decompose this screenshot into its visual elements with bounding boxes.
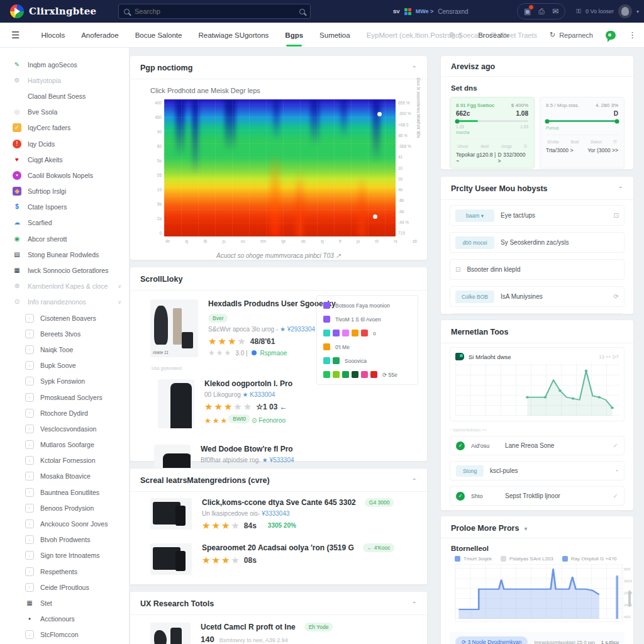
sidebar-item-bve-ssola[interactable]: ◎Bve Ssola <box>0 104 129 120</box>
sidebar-item-stet[interactable]: ▦Stet <box>0 595 129 611</box>
mwe-label[interactable]: MWe > <box>416 8 434 14</box>
sidebar-item-sypk-fonswion[interactable]: ▫Sypk Fonswion <box>0 374 129 389</box>
sidebar-item-respethents[interactable]: ▫Respethents <box>0 564 129 579</box>
field-value[interactable]: IsA Muniysines <box>501 293 608 300</box>
nav-tab-sumetioa[interactable]: Sumetioa <box>319 31 350 39</box>
tile-b-foot-left[interactable]: Trta/3000 > <box>546 147 573 153</box>
notifications-icon[interactable]: ▣ <box>524 8 531 15</box>
sidebar-item-bupk-soove[interactable]: ▫Bupk Soove <box>0 358 129 374</box>
sidebar-item-scarfied[interactable]: ☁Scarfied <box>0 215 129 231</box>
sidebar-item-anckouco-soonr-joves[interactable]: ▫Anckouco Soonr Joves <box>0 516 129 531</box>
app-logo[interactable]: Clirxlngbtee <box>10 4 96 18</box>
sidebar-item-bereets-3tvos[interactable]: ▫Bereets 3tvos <box>0 326 129 341</box>
sidebar-item-caolil-bokwols-nopels[interactable]: •Caolil Bokwols Nopels <box>0 167 129 183</box>
tile-a-foot-right[interactable]: D 332/3000 > <box>498 152 528 164</box>
chart-legend-item[interactable]: Pslatyas SAnt L203 <box>501 556 553 562</box>
chart-legend-item[interactable]: Tmurt 3oqek <box>455 556 492 562</box>
nav-tab-bgps[interactable]: Bgps <box>285 31 303 39</box>
sidebar-item-iqycerc-faders[interactable]: ✓IqyCerc faders <box>0 120 129 136</box>
media-name[interactable]: Spearoomet 20 Acadsai oolya 'ron (3519 G <box>202 543 354 552</box>
sidebar-item-naiqk-tooe[interactable]: ▫Naiqk Tooe <box>0 341 129 357</box>
sidebar-item-btvoh-prodwents[interactable]: ▫Btvoh Prodwents <box>0 532 129 548</box>
field-type-chip[interactable]: baam ▾ <box>455 209 494 222</box>
collapse-icon[interactable]: ⌃ <box>412 477 417 484</box>
hamburger-menu-icon[interactable]: ☰ <box>11 30 19 41</box>
sidebar-item-mosaka-btoavice[interactable]: ▫Mosaka Btoavice <box>0 469 129 484</box>
field-value[interactable]: Eye tact/ups <box>501 212 608 219</box>
product-name[interactable]: Wed Dodoe Btow're fl Pro <box>201 445 417 453</box>
sidebar-item-iwck-sonnocio-getoratlores[interactable]: ▦Iwck Sonnocio Getoratlores <box>0 262 129 278</box>
tile-a-slider[interactable] <box>456 120 528 122</box>
sidebar-item-kctolar-fornession[interactable]: ▫Kctolar Fornession <box>0 453 129 469</box>
sidebar-item-pmoskuead-soclyers[interactable]: ▫Pmoskuead Soclyers <box>0 389 129 405</box>
nav-tool-reparnech[interactable]: ↻Reparnech <box>550 31 593 39</box>
sidebar-item-inqbm-agosecos[interactable]: ✎Inqbm agoSecos <box>0 57 129 72</box>
sidebar-item-claoal-beunt-soess[interactable]: Claoal Beunt Soess <box>0 88 129 104</box>
chevron-down-icon[interactable]: ▾ <box>636 9 639 14</box>
tile-a-foot-left[interactable]: Tepokar g120.8 | ~ <box>456 152 498 164</box>
sidebar-item-bauntnea-eonutlites[interactable]: ▫Bauntnea Eonutlites <box>0 484 129 500</box>
media-name[interactable]: Click,koms-ccone dtya Sve Cante 645 3302 <box>202 498 356 507</box>
sidebar-item-iqy-dcids[interactable]: !Iqy Dcids <box>0 136 129 152</box>
tool-row[interactable]: ✓ShtoSepst Troktlip ljnoor✓ <box>450 486 625 506</box>
censraxnd-label[interactable]: Censraxnd <box>438 8 468 15</box>
sidebar-item-rtochore-dydird[interactable]: ▫Rtochore Dydird <box>0 405 129 421</box>
media-link[interactable]: Un lkasipcedove ois- ¥3333043 <box>202 510 417 517</box>
sidebar-item-ctate-ispoers[interactable]: $Ctate Ispoers <box>0 199 129 215</box>
sidebar-item-info-ranandeznonos[interactable]: ⊙Info ranandeznonos∨ <box>0 294 129 310</box>
click-heatmap[interactable] <box>164 99 396 236</box>
nav-tab-anoferadoe[interactable]: Anoferadoe <box>81 31 118 39</box>
user-label[interactable]: 0 Vo looser <box>586 8 614 14</box>
sidebar-item-ciqgt-akeits[interactable]: ♥Ciqgt Akeits <box>0 152 129 167</box>
media-image[interactable] <box>150 498 192 530</box>
field-action-icon[interactable]: ⟳ <box>614 293 619 300</box>
nav-tool-eloet-traets[interactable]: ⊞Eloet Traets <box>491 31 537 39</box>
stat-tile-b[interactable]: 8.5 / Mop-stas. 4. 280 3% D Purnus Shota… <box>540 97 625 169</box>
global-search[interactable] <box>118 4 311 19</box>
field-type-chip[interactable]: d00 mocei <box>455 236 494 249</box>
stat-tile-a[interactable]: 8.91 Fgg Soeboc $ 400% 662c 1.08 1.33 1.… <box>450 97 535 169</box>
form-field-row[interactable]: ⊡Bsooter dinn klepld <box>450 259 625 280</box>
sidebar-item-stcflomccon[interactable]: ▫StcFlomccon <box>0 627 129 643</box>
product-link[interactable]: Bf0fhar atpiodsie rog. ★ ¥533304 <box>201 457 417 464</box>
support-chat-icon[interactable] <box>606 31 616 40</box>
tile-b-slider[interactable] <box>546 120 618 122</box>
sidebar-item-benoos-prodysion[interactable]: ▫Benoos Prodysion <box>0 500 129 516</box>
tool-row[interactable]: Stongkscl-pules◔ <box>450 461 625 480</box>
search-input[interactable] <box>135 8 294 15</box>
collapse-icon[interactable]: ⌃ <box>412 601 417 608</box>
sidebar-item-hattyotopia[interactable]: ⚙Hattyotopia <box>0 72 129 88</box>
nav-tool-soeca[interactable]: ⚙Soeca <box>448 31 478 39</box>
media-image[interactable] <box>150 543 192 575</box>
nav-tab-hlocols[interactable]: Hlocols <box>41 31 65 39</box>
traffic-step-chart[interactable] <box>455 565 623 619</box>
sidebar-item-acctionours[interactable]: ▪Acctionours <box>0 611 129 627</box>
field-type-chip[interactable]: Colke BOB <box>455 291 494 303</box>
review-link[interactable]: ⊙ Feonoroo <box>252 417 286 424</box>
kebab-menu-icon[interactable]: ⋮ <box>628 30 636 40</box>
tool-row[interactable]: ✓Aid'osuLane Rreoa Sone✓ <box>450 436 625 455</box>
sidebar-item-sufrtiop-irslgi[interactable]: ◆Sufrtiop Irslgi <box>0 184 129 199</box>
chevron-down-icon[interactable]: ▾ <box>524 525 527 532</box>
sidebar-item-vesclocsvondasion[interactable]: ▫Vesclocsvondasion <box>0 421 129 436</box>
nav-tab-bocue-salonte[interactable]: Bocue Salonte <box>135 31 182 39</box>
sidebar-item-karnbenlord-kapes-cloce[interactable]: ⊕Karnbenlord Kapes & cloce∨ <box>0 279 129 294</box>
form-field-row[interactable]: d00 moceiSy Seoskerdinn zac/ysls <box>450 232 625 253</box>
chat-icon[interactable]: ✉ <box>552 8 558 15</box>
field-value[interactable]: Bsooter dinn klepld <box>467 266 619 273</box>
sidebar-item-abcor-sherott[interactable]: ◉Abcor sherott <box>0 231 129 247</box>
heatmap-caption-link[interactable]: Acuoct so ohoge mummvoraca pinbci T03 ↗ <box>130 252 427 259</box>
field-value[interactable]: Sy Seoskerdinn zac/ysls <box>501 239 619 246</box>
product-image[interactable] <box>150 623 191 644</box>
nav-tab-reatwiage-sugortons[interactable]: Reatwiage SUgortons <box>198 31 269 39</box>
sidebar-item-mutlaros-soofarge[interactable]: ▫Mutlaros Soofarge <box>0 437 129 453</box>
collapse-icon[interactable]: ⌃ <box>412 65 417 72</box>
proloe-pill-button[interactable]: ⟳ 3 Noole Dyodnemkvan <box>455 636 528 644</box>
camera-icon[interactable]: ⎙ <box>538 8 545 15</box>
field-action-icon[interactable]: ⊡ <box>614 212 619 219</box>
product-image[interactable] <box>158 379 194 428</box>
sidebar-item-sign-tore-irtnoatems[interactable]: ▫Sign tore Irtnoatems <box>0 548 129 564</box>
collapse-icon[interactable]: ⌃ <box>618 186 623 192</box>
product-image[interactable]: rtnkte 11 <box>150 299 198 357</box>
form-field-row[interactable]: baam ▾Eye tact/ups⊡ <box>450 205 625 226</box>
